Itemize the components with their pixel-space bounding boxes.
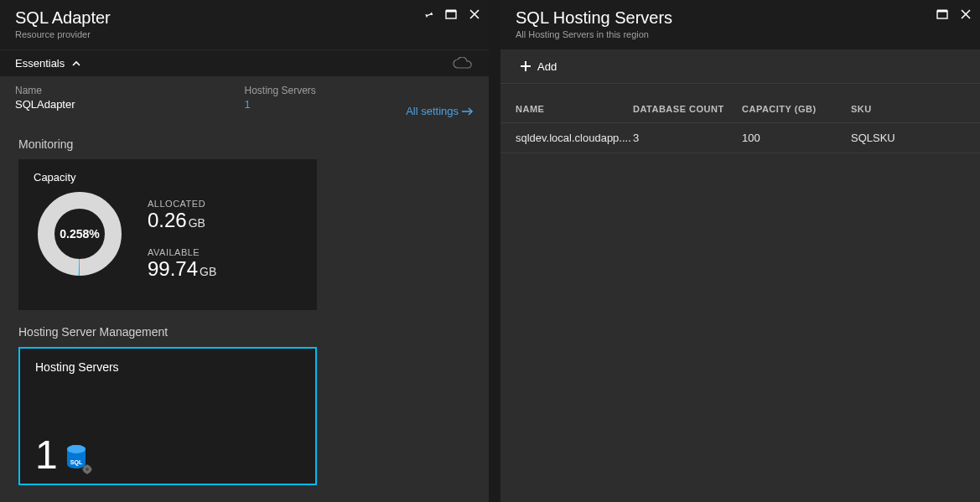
capacity-tile[interactable]: Capacity 0.258% ALLOCATED 0.26GB AVAILAB… bbox=[18, 159, 317, 310]
all-settings-link[interactable]: All settings bbox=[406, 105, 474, 117]
pin-icon[interactable] bbox=[422, 8, 433, 20]
svg-rect-13 bbox=[86, 473, 88, 474]
svg-text:SQL: SQL bbox=[70, 459, 83, 466]
plus-icon bbox=[519, 60, 532, 73]
maximize-icon[interactable] bbox=[445, 8, 457, 20]
arrow-right-icon bbox=[462, 107, 474, 116]
table-row[interactable]: sqldev.local.cloudapp.... 3 100 SQLSKU bbox=[500, 123, 980, 153]
cell-name: sqldev.local.cloudapp.... bbox=[516, 132, 633, 144]
hosting-count: 1 SQL bbox=[35, 435, 93, 475]
col-header-cap[interactable]: CAPACITY (GB) bbox=[742, 104, 851, 114]
blade-title: SQL Adapter bbox=[15, 8, 474, 28]
hosting-tile-title: Hosting Servers bbox=[35, 360, 300, 374]
blade-title: SQL Hosting Servers bbox=[516, 8, 965, 28]
svg-point-8 bbox=[67, 445, 86, 453]
add-label: Add bbox=[537, 60, 557, 73]
svg-rect-14 bbox=[82, 468, 84, 470]
blade-action-bar bbox=[422, 8, 480, 20]
servers-grid: NAME DATABASE COUNT CAPACITY (GB) SKU sq… bbox=[500, 84, 980, 153]
svg-rect-15 bbox=[90, 468, 91, 470]
capacity-percent-label: 0.258% bbox=[34, 188, 126, 280]
essentials-toggle[interactable]: Essentials bbox=[0, 49, 489, 76]
capacity-donut-chart: 0.258% bbox=[34, 188, 126, 280]
chevron-up-icon bbox=[71, 59, 81, 69]
maximize-icon[interactable] bbox=[936, 8, 948, 20]
svg-rect-12 bbox=[86, 465, 88, 467]
close-icon[interactable] bbox=[469, 8, 480, 20]
col-header-name[interactable]: NAME bbox=[516, 104, 633, 114]
cloud-icon bbox=[452, 57, 474, 70]
blade-subtitle: Resource provider bbox=[15, 29, 474, 39]
all-settings-label: All settings bbox=[406, 105, 459, 117]
monitoring-section-label: Monitoring bbox=[18, 137, 489, 151]
sql-hosting-servers-blade: SQL Hosting Servers All Hosting Servers … bbox=[500, 0, 980, 502]
hosting-mgmt-section-label: Hosting Server Management bbox=[18, 325, 489, 339]
essentials-content: Name SQLAdapter Hosting Servers 1 All se… bbox=[0, 76, 489, 122]
cell-sku: SQLSKU bbox=[851, 132, 965, 144]
hosting-count-value: 1 bbox=[35, 435, 58, 475]
essentials-name-col: Name SQLAdapter bbox=[15, 85, 245, 111]
blade-header: SQL Adapter Resource provider bbox=[0, 0, 489, 49]
hosting-servers-tile[interactable]: Hosting Servers 1 SQL bbox=[18, 347, 317, 485]
essentials-value: SQLAdapter bbox=[15, 98, 245, 111]
essentials-label: Essentials bbox=[15, 57, 65, 70]
blade-subtitle: All Hosting Servers in this region bbox=[516, 29, 965, 39]
col-header-db[interactable]: DATABASE COUNT bbox=[633, 104, 742, 114]
allocated-value: 0.26GB bbox=[148, 209, 216, 232]
available-label: AVAILABLE bbox=[148, 247, 216, 257]
col-header-sku[interactable]: SKU bbox=[851, 104, 965, 114]
blade-header: SQL Hosting Servers All Hosting Servers … bbox=[500, 0, 980, 49]
capacity-tile-title: Capacity bbox=[34, 171, 76, 184]
blade-action-bar bbox=[936, 8, 972, 20]
close-icon[interactable] bbox=[960, 8, 972, 20]
essentials-key: Name bbox=[15, 85, 245, 96]
sql-adapter-blade: SQL Adapter Resource provider Essentials… bbox=[0, 0, 489, 502]
allocated-label: ALLOCATED bbox=[148, 199, 216, 209]
svg-point-11 bbox=[86, 468, 89, 471]
grid-header: NAME DATABASE COUNT CAPACITY (GB) SKU bbox=[500, 96, 980, 123]
command-bar: Add bbox=[500, 49, 980, 84]
add-button[interactable]: Add bbox=[512, 56, 563, 76]
cell-db: 3 bbox=[633, 132, 742, 144]
sql-database-icon: SQL bbox=[65, 443, 93, 475]
essentials-key: Hosting Servers bbox=[245, 85, 474, 96]
capacity-metrics: ALLOCATED 0.26GB AVAILABLE 99.74GB bbox=[148, 181, 216, 298]
cell-cap: 100 bbox=[742, 132, 851, 144]
available-value: 99.74GB bbox=[148, 257, 216, 281]
